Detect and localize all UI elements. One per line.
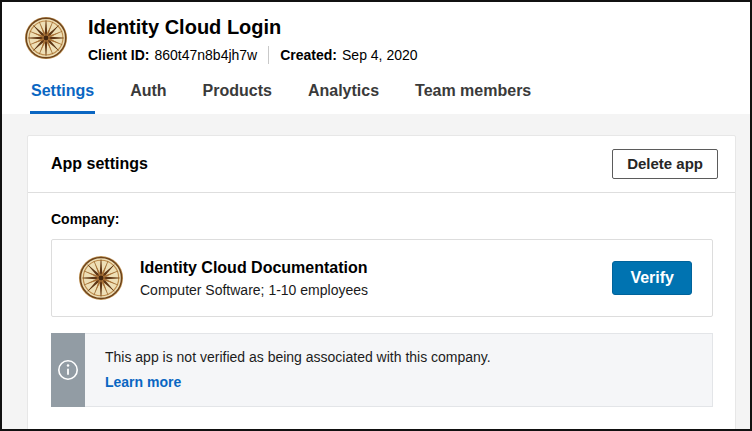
not-verified-banner: This app is not verified as being associ…	[51, 333, 713, 407]
company-name: Identity Cloud Documentation	[140, 258, 368, 279]
app-logo-compass-icon	[24, 16, 68, 60]
card-header: App settings Delete app	[28, 136, 735, 193]
tab-team-members[interactable]: Team members	[414, 80, 532, 114]
client-id-value: 860t47n8b4jh7w	[154, 47, 257, 63]
card-body: Company: Identity Cloud Documentation Co…	[28, 193, 735, 431]
company-section-label: Company:	[51, 211, 713, 227]
page-title: Identity Cloud Login	[88, 15, 418, 39]
card-title: App settings	[51, 155, 148, 173]
company-description: Computer Software; 1-10 employees	[140, 282, 368, 298]
app-header: Identity Cloud Login Client ID: 860t47n8…	[2, 2, 750, 114]
banner-message: This app is not verified as being associ…	[105, 348, 692, 367]
tab-auth[interactable]: Auth	[129, 80, 167, 114]
delete-app-button[interactable]: Delete app	[612, 149, 718, 179]
tab-bar: Settings Auth Products Analytics Team me…	[30, 80, 728, 114]
page-content: App settings Delete app Company: Identit…	[2, 114, 750, 431]
tab-products[interactable]: Products	[202, 80, 273, 114]
meta-divider	[268, 46, 269, 64]
app-meta: Client ID: 860t47n8b4jh7w Created: Sep 4…	[88, 46, 418, 64]
client-id-label: Client ID:	[88, 47, 149, 63]
company-logo-compass-icon	[78, 255, 124, 301]
verify-button[interactable]: Verify	[612, 261, 692, 295]
company-row: Identity Cloud Documentation Computer So…	[51, 239, 713, 317]
app-window: Identity Cloud Login Client ID: 860t47n8…	[0, 0, 752, 431]
learn-more-link[interactable]: Learn more	[105, 374, 181, 390]
tab-settings[interactable]: Settings	[30, 80, 95, 114]
banner-content: This app is not verified as being associ…	[85, 333, 713, 407]
created-label: Created:	[280, 47, 337, 63]
created-value: Sep 4, 2020	[342, 47, 418, 63]
banner-icon-strip	[51, 333, 85, 407]
tab-analytics[interactable]: Analytics	[307, 80, 380, 114]
info-icon	[56, 358, 80, 382]
app-settings-card: App settings Delete app Company: Identit…	[27, 135, 736, 431]
